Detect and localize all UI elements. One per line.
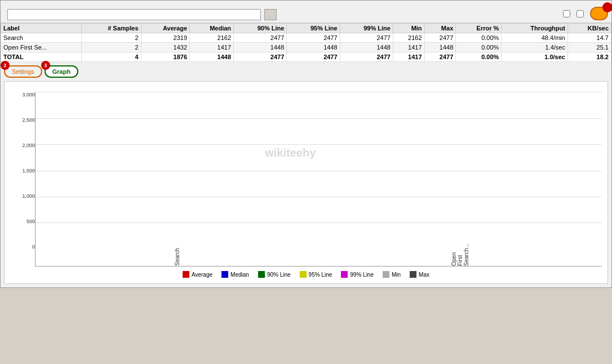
legend-color [383, 271, 389, 278]
graph-container: 3,000 2,500 2,000 1,500 1,000 500 0 [4, 81, 608, 284]
errors-checkbox[interactable] [563, 10, 570, 17]
table-cell: 2477 [340, 52, 393, 62]
successes-checkbox[interactable] [576, 10, 584, 17]
legend: AverageMedian90% Line95% Line99% LineMin… [10, 271, 602, 278]
table-cell: 1432 [141, 43, 190, 52]
table-cell: 1448 [190, 52, 234, 62]
table-cell: 2477 [234, 33, 287, 43]
table-row: Open First Se...214321417144814481448141… [1, 43, 611, 52]
table-cell: 2162 [393, 33, 424, 43]
table-cell: 1448 [287, 43, 340, 52]
col-error: Error % [456, 24, 502, 33]
legend-label: 99% Line [350, 272, 374, 278]
legend-label: 95% Line [309, 272, 332, 278]
col-average: Average [141, 24, 190, 33]
col-kbsec: KB/sec [567, 24, 611, 33]
table-cell: 0.00% [456, 52, 502, 62]
legend-item: Median [221, 271, 249, 278]
main-container: Label # Samples Average Median 90% Line … [0, 0, 612, 288]
table-cell: 2 [82, 43, 141, 52]
table-cell: 0.00% [456, 43, 502, 52]
y-tick-1000: 1,000 [12, 193, 35, 199]
table-cell: 1.4/sec [502, 43, 568, 52]
x-labels: SearchOpen First Search... [36, 249, 602, 266]
table-cell: 2319 [141, 33, 190, 43]
y-tick-2000: 2,000 [12, 143, 35, 148]
tabs-section: 2 Settings 3 Graph [1, 62, 611, 78]
table-cell: 18.2 [567, 52, 611, 62]
errors-checkbox-label[interactable] [563, 10, 572, 17]
legend-item: 95% Line [300, 271, 332, 278]
table-cell: 1417 [190, 43, 234, 52]
col-label: Label [1, 24, 82, 33]
legend-label: Average [192, 272, 212, 278]
successes-checkbox-label[interactable] [576, 10, 586, 17]
legend-item: Average [183, 271, 212, 278]
table-cell: 1448 [424, 43, 456, 52]
chart-with-ticks: 3,000 2,500 2,000 1,500 1,000 500 0 [12, 92, 602, 267]
data-table: Label # Samples Average Median 90% Line … [1, 23, 611, 62]
table-cell: 2477 [424, 52, 456, 62]
table-cell: 1.0/sec [502, 52, 568, 62]
legend-item: Min [383, 271, 401, 278]
y-tick-1500: 1,500 [12, 168, 35, 174]
y-tick-2500: 2,500 [12, 117, 35, 123]
chart-inner: 3,000 2,500 2,000 1,500 1,000 500 0 [12, 92, 602, 267]
tab-graph[interactable]: 3 Graph [45, 65, 78, 78]
col-90: 90% Line [234, 24, 287, 33]
tab-settings-label: Settings [12, 68, 34, 75]
legend-color [300, 271, 307, 278]
top-section [1, 1, 611, 23]
table-cell: 25.1 [567, 43, 611, 52]
col-min: Min [393, 24, 424, 33]
legend-item: Max [410, 271, 429, 278]
legend-item: 99% Line [341, 271, 374, 278]
table-cell: 2477 [287, 52, 340, 62]
graph-badge: 3 [41, 61, 50, 70]
x-label: Search [174, 248, 180, 266]
col-max: Max [424, 24, 456, 33]
y-tick-3000: 3,000 [12, 92, 35, 97]
browse-button[interactable] [264, 9, 277, 20]
bars-groups: 2,3192,1622,4772,4772,4772,1622,4771,432… [36, 92, 602, 249]
table-cell: 0.00% [456, 33, 502, 43]
configure-button[interactable] [590, 7, 608, 20]
legend-item: 90% Line [258, 271, 291, 278]
table-cell: Open First Se... [1, 43, 82, 52]
table-cell: 4 [82, 52, 141, 62]
table-cell: 48.4/min [502, 33, 568, 43]
right-controls [558, 7, 608, 20]
table-cell: TOTAL [1, 52, 82, 62]
table-section: Label # Samples Average Median 90% Line … [1, 23, 611, 62]
table-cell: 2477 [234, 52, 287, 62]
legend-color [183, 271, 189, 278]
table-cell: 2 [82, 33, 141, 43]
table-cell: 2477 [287, 33, 340, 43]
bars-area: wikiteehy 2,3192,1622,4772,4772,4772,162… [35, 92, 602, 267]
table-cell: 1448 [234, 43, 287, 52]
filename-input[interactable] [7, 9, 261, 20]
table-cell: Search [1, 33, 82, 43]
table-row: Search223192162247724772477216224770.00%… [1, 33, 611, 43]
col-99: 99% Line [340, 24, 393, 33]
table-cell: 2477 [340, 33, 393, 43]
table-row: TOTAL418761448247724772477141724770.00%1… [1, 52, 611, 62]
table-cell: 1417 [393, 43, 424, 52]
col-throughput: Throughput [502, 24, 568, 33]
table-header-row: Label # Samples Average Median 90% Line … [1, 24, 611, 33]
legend-label: Min [392, 272, 401, 278]
legend-color [410, 271, 416, 278]
legend-color [341, 271, 348, 278]
x-label: Open First Search... [451, 243, 469, 266]
y-ticks: 3,000 2,500 2,000 1,500 1,000 500 0 [12, 92, 35, 267]
y-tick-500: 500 [12, 219, 35, 224]
settings-badge: 2 [1, 61, 10, 70]
tab-settings[interactable]: 2 Settings [4, 65, 42, 78]
table-cell: 1876 [141, 52, 190, 62]
filename-row [4, 9, 277, 20]
table-cell: 14.7 [567, 33, 611, 43]
col-median: Median [190, 24, 234, 33]
table-cell: 1448 [340, 43, 393, 52]
chart-area: 3,000 2,500 2,000 1,500 1,000 500 0 [10, 92, 602, 267]
table-cell: 2162 [190, 33, 234, 43]
